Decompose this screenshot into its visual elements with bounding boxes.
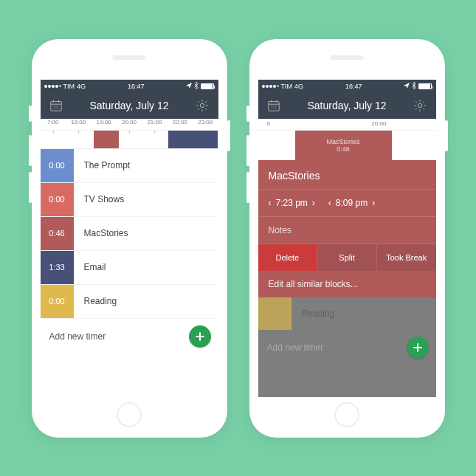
svg-point-5: [55, 106, 56, 106]
timeline-block-email[interactable]: [168, 131, 218, 148]
svg-line-15: [199, 101, 200, 103]
timer-row-macstories[interactable]: 0:46 MacStories: [41, 217, 218, 251]
split-button[interactable]: Split: [317, 244, 377, 271]
notes-field[interactable]: Notes: [258, 217, 436, 244]
timeline-track-zoomed[interactable]: MacStories 0:46: [258, 131, 436, 160]
svg-point-8: [55, 108, 56, 108]
block-title: MacStories: [326, 138, 359, 145]
svg-line-34: [416, 101, 418, 103]
timer-row-email[interactable]: 1:33 Email: [41, 251, 218, 285]
calendar-icon[interactable]: [48, 97, 64, 114]
add-button[interactable]: [407, 337, 429, 359]
battery-icon: [418, 83, 432, 89]
add-timer-label: Add new timer: [267, 342, 324, 353]
timer-row-tv-shows[interactable]: 0:00 TV Shows: [41, 183, 218, 217]
carrier-label: TIM: [63, 83, 75, 90]
phone-left: TIM 4G 16:47 Saturday, July 12 7:00 18:0…: [32, 39, 227, 438]
add-button[interactable]: [189, 325, 211, 348]
time-range-row: ‹ 7:23 pm › ‹ 8:09 pm ›: [258, 190, 436, 217]
time-chip: 0:00: [41, 285, 74, 318]
battery-icon: [201, 83, 214, 89]
svg-point-27: [273, 108, 274, 108]
bluetooth-icon: [194, 82, 199, 91]
location-icon: [404, 83, 410, 90]
nav-bar: Saturday, July 12: [41, 93, 218, 119]
calendar-icon[interactable]: [266, 97, 282, 114]
timeline-track[interactable]: [41, 131, 218, 149]
svg-point-4: [53, 106, 54, 106]
timeline-axis-zoomed: 0 20:00: [258, 119, 436, 131]
svg-line-36: [416, 108, 418, 110]
timeline-block-macstories[interactable]: [94, 131, 119, 148]
block-time: 0:46: [337, 145, 350, 153]
plus-icon: [194, 331, 206, 342]
svg-point-28: [275, 108, 276, 108]
timer-label: The Prompt: [74, 160, 131, 170]
add-timer-label: Add new timer: [49, 331, 106, 342]
svg-point-24: [273, 106, 274, 106]
status-bar: TIM 4G 16:47: [258, 80, 436, 93]
svg-point-23: [271, 106, 272, 106]
timeline-block-macstories[interactable]: MacStories 0:46: [295, 131, 392, 160]
svg-line-37: [424, 101, 425, 103]
took-break-button[interactable]: Took Break: [377, 244, 436, 271]
chevron-right-icon: ›: [312, 198, 315, 208]
svg-line-17: [199, 108, 200, 110]
nav-bar: Saturday, July 12: [258, 93, 436, 119]
svg-point-7: [53, 108, 54, 108]
start-time-picker[interactable]: ‹ 7:23 pm ›: [269, 198, 315, 208]
svg-line-35: [424, 108, 425, 110]
svg-line-16: [206, 108, 207, 110]
timer-row-reading[interactable]: 0:00 Reading: [41, 285, 218, 319]
svg-line-18: [206, 101, 207, 103]
time-chip: 0:00: [41, 183, 74, 216]
network-label: 4G: [77, 83, 86, 90]
nav-title: Saturday, July 12: [307, 100, 386, 111]
action-row: Delete Split Took Break: [258, 244, 436, 271]
axis-tick: 20:00: [371, 120, 386, 127]
gear-icon[interactable]: [412, 97, 428, 114]
edit-similar-button[interactable]: Edit all similar blocks...: [258, 271, 436, 297]
end-time-value: 8:09 pm: [336, 198, 368, 208]
time-chip: 0:46: [41, 217, 74, 250]
time-chip: [258, 297, 292, 330]
status-bar: TIM 4G 16:47: [41, 80, 218, 93]
time-chip: 1:33: [41, 251, 74, 284]
delete-button[interactable]: Delete: [258, 244, 318, 271]
bluetooth-icon: [412, 82, 416, 91]
axis-tick: 0: [267, 120, 270, 127]
timer-label: TV Shows: [74, 194, 125, 204]
detail-panel: MacStories ‹ 7:23 pm › ‹ 8:09 pm › Notes…: [258, 160, 436, 297]
axis-tick: 19:00: [91, 119, 116, 130]
gear-icon[interactable]: [194, 97, 210, 114]
signal-dots-icon: [262, 85, 279, 88]
detail-title: MacStories: [258, 160, 436, 190]
timer-list: 0:00 The Prompt 0:00 TV Shows 0:46 MacSt…: [41, 149, 218, 397]
svg-point-6: [58, 106, 58, 106]
svg-point-10: [201, 103, 204, 107]
axis-tick: 20:00: [117, 119, 142, 130]
add-timer-row[interactable]: Add new timer: [258, 330, 436, 365]
plus-icon: [412, 342, 424, 353]
signal-dots-icon: [44, 85, 61, 88]
chevron-left-icon: ‹: [269, 198, 272, 208]
svg-point-25: [275, 106, 276, 106]
end-time-picker[interactable]: ‹ 8:09 pm ›: [328, 198, 375, 208]
timer-label: Email: [74, 262, 106, 272]
svg-point-26: [271, 108, 272, 108]
timer-label: Reading: [292, 308, 335, 319]
chevron-left-icon: ‹: [328, 198, 331, 208]
add-timer-row[interactable]: Add new timer: [41, 319, 218, 354]
axis-tick: 22:00: [168, 119, 193, 130]
nav-title: Saturday, July 12: [89, 100, 168, 111]
timer-label: Reading: [74, 296, 117, 306]
timeline-axis: 7:00 18:00 19:00 20:00 21:00 22:00 23:00: [41, 119, 218, 131]
clock-label: 16:47: [345, 83, 362, 90]
carrier-label: TIM: [281, 83, 293, 90]
axis-tick: 18:00: [66, 119, 91, 130]
timer-row-the-prompt[interactable]: 0:00 The Prompt: [41, 149, 218, 183]
chevron-right-icon: ›: [372, 198, 375, 208]
timer-label: MacStories: [74, 228, 128, 238]
timer-row-reading: Reading: [258, 297, 436, 330]
start-time-value: 7:23 pm: [276, 198, 308, 208]
